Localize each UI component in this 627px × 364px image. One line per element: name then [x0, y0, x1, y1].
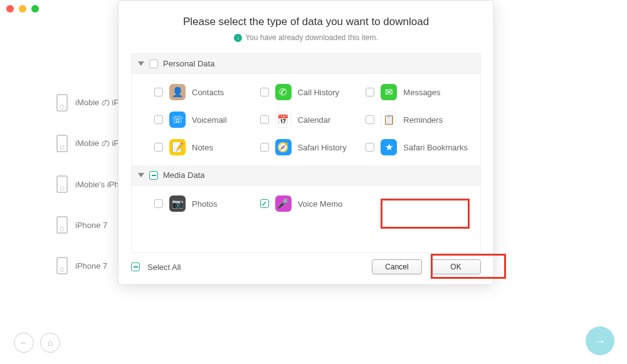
item-notes[interactable]: 📝Notes [154, 139, 256, 155]
contacts-icon: 👤 [169, 84, 186, 100]
item-calendar[interactable]: 📅Calendar [260, 112, 362, 128]
checkbox[interactable] [154, 199, 163, 208]
item-voicemail[interactable]: ☏Voicemail [154, 112, 256, 128]
item-label: Photos [192, 199, 217, 209]
select-all-label: Select All [147, 263, 181, 272]
checkbox[interactable] [260, 88, 269, 96]
item-label: Safari Bookmarks [403, 143, 468, 152]
home-button[interactable]: ⌂ [40, 333, 60, 353]
phone-icon [56, 135, 68, 152]
item-label: Notes [192, 143, 213, 152]
checkbox[interactable] [260, 143, 269, 152]
device-label: iPhone 7 [75, 221, 107, 230]
zoom-icon[interactable] [31, 5, 39, 13]
item-call-history[interactable]: ✆Call History [260, 84, 362, 100]
item-label: Contacts [192, 88, 224, 97]
device-label: iMobie の iP [75, 138, 119, 149]
modal-subtitle-text: You have already downloaded this item. [245, 33, 378, 42]
safari-history-icon: 🧭 [275, 139, 292, 155]
close-icon[interactable] [6, 5, 14, 13]
item-label: Safari History [298, 143, 347, 152]
download-done-icon: ↓ [234, 34, 242, 42]
device-label: iPhone 7 [75, 261, 107, 271]
item-photos[interactable]: 📷Photos [154, 195, 256, 212]
section-header-personal[interactable]: Personal Data [132, 54, 480, 74]
highlight-ok [431, 254, 506, 279]
notes-icon: 📝 [169, 139, 186, 155]
item-safari-history[interactable]: 🧭Safari History [260, 139, 362, 155]
messages-icon: ✉ [381, 84, 397, 100]
device-sidebar: iMobie の iP iMobie の iP iMobie's iPh iPh… [56, 94, 119, 298]
highlight-voice-memo [381, 199, 470, 229]
item-label: Messages [403, 88, 440, 97]
phone-icon [56, 216, 68, 234]
window-traffic-lights[interactable] [6, 5, 39, 13]
item-label: Voicemail [192, 115, 227, 125]
item-label: Reminders [403, 115, 443, 125]
personal-grid: 👤Contacts ✆Call History ✉Messages ☏Voice… [132, 74, 480, 165]
next-button[interactable]: → [586, 326, 614, 355]
item-label: Calendar [298, 115, 331, 125]
checkbox[interactable] [366, 143, 374, 152]
checkbox-personal[interactable] [149, 60, 158, 68]
item-messages[interactable]: ✉Messages [366, 84, 468, 100]
section-title: Media Data [163, 170, 204, 180]
section-title: Personal Data [163, 59, 214, 68]
section-header-media[interactable]: Media Data [132, 165, 480, 185]
item-safari-bookmarks[interactable]: ★Safari Bookmarks [366, 139, 468, 155]
voicemail-icon: ☏ [169, 112, 186, 128]
cancel-button[interactable]: Cancel [372, 259, 422, 274]
nav-back-home: ← ⌂ [14, 333, 60, 353]
download-modal: Please select the type of data you want … [118, 0, 494, 285]
item-voice-memo[interactable]: ✓🎤Voice Memo [260, 195, 362, 212]
call-history-icon: ✆ [275, 84, 292, 100]
checkbox[interactable]: ✓ [260, 199, 269, 208]
device-label: iMobie の iP [75, 97, 119, 108]
back-button[interactable]: ← [14, 333, 34, 353]
checkbox[interactable] [154, 88, 163, 96]
checkbox-select-all[interactable] [131, 263, 140, 271]
voice-memo-icon: 🎤 [275, 195, 292, 212]
checkbox[interactable] [154, 143, 163, 152]
minimize-icon[interactable] [19, 5, 26, 13]
select-all[interactable]: Select All [131, 263, 181, 272]
modal-title: Please select the type of data you want … [131, 16, 481, 28]
device-item[interactable]: iPhone 7 [56, 257, 119, 274]
checkbox[interactable] [366, 115, 374, 124]
item-label: Voice Memo [298, 199, 343, 209]
device-item[interactable]: iMobie の iP [56, 135, 119, 152]
checkbox[interactable] [154, 115, 163, 124]
item-reminders[interactable]: 📋Reminders [366, 112, 468, 128]
device-label: iMobie's iPh [75, 180, 119, 189]
safari-bookmarks-icon: ★ [381, 139, 397, 155]
checkbox[interactable] [260, 115, 269, 124]
device-item[interactable]: iMobie's iPh [56, 175, 119, 193]
chevron-down-icon [138, 173, 144, 177]
photos-icon: 📷 [169, 195, 186, 212]
device-item[interactable]: iPhone 7 [56, 216, 119, 234]
checkbox[interactable] [366, 88, 374, 96]
device-item[interactable]: iMobie の iP [56, 94, 119, 112]
chevron-down-icon [138, 61, 144, 66]
reminders-icon: 📋 [381, 112, 397, 128]
modal-subtitle: ↓ You have already downloaded this item. [234, 33, 378, 42]
item-contacts[interactable]: 👤Contacts [154, 84, 256, 100]
phone-icon [56, 175, 68, 193]
checkbox-media[interactable] [149, 171, 158, 180]
phone-icon [56, 94, 68, 112]
calendar-icon: 📅 [275, 112, 292, 128]
item-label: Call History [298, 88, 339, 97]
phone-icon [56, 257, 68, 274]
